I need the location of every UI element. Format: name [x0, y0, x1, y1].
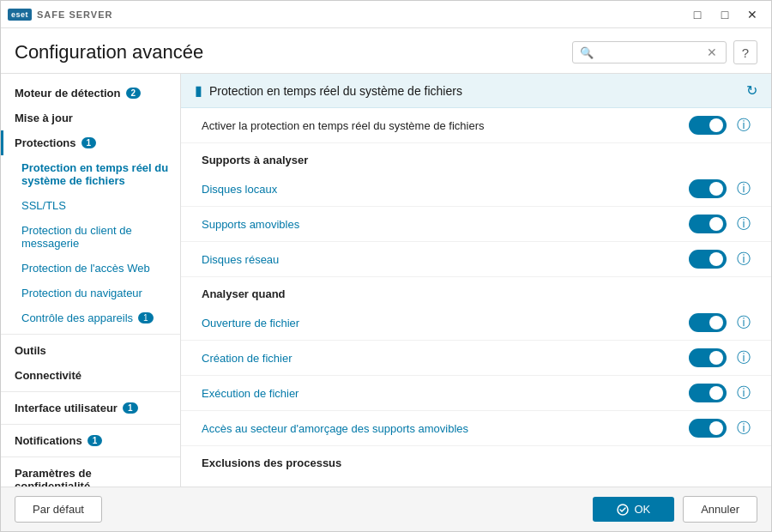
subsection-analyser: Analyser quand: [181, 277, 771, 305]
ok-icon: [617, 504, 629, 516]
toggle-ouverture-slider: [689, 313, 727, 332]
info-icon-execution[interactable]: ⓘ: [737, 384, 751, 402]
sidebar-item-interface[interactable]: Interface utilisateur 1: [1, 396, 180, 420]
titlebar-controls: □ □ ✕: [685, 4, 764, 25]
info-icon-acces-secteur[interactable]: ⓘ: [737, 420, 751, 438]
info-icon-ouverture[interactable]: ⓘ: [737, 314, 751, 332]
sidebar-item-notifications-badge: 1: [87, 435, 103, 446]
setting-label-ouverture: Ouverture de fichier: [202, 317, 689, 329]
minimize-button[interactable]: □: [685, 4, 709, 25]
sidebar-item-connectivite[interactable]: Connectivité: [1, 363, 180, 388]
section-header: ▮ Protection en temps réel du système de…: [181, 74, 771, 108]
header: Configuration avancée 🔍 ✕ ?: [1, 28, 771, 74]
sidebar-item-protections-badge: 1: [81, 137, 97, 148]
footer: Par défaut OK Annuler: [1, 487, 771, 531]
default-button[interactable]: Par défaut: [15, 496, 102, 523]
toggle-disques-locaux[interactable]: [689, 179, 727, 198]
sidebar-item-mise-a-jour[interactable]: Mise à jour: [1, 106, 180, 130]
toggle-disques-locaux-slider: [689, 179, 727, 198]
sidebar-item-protections[interactable]: Protections 1: [1, 130, 180, 155]
ok-button[interactable]: OK: [593, 497, 674, 522]
sidebar-item-nav-label: Protection du navigateur: [21, 287, 142, 299]
sidebar: Moteur de détection 2 Mise à jour Protec…: [1, 74, 181, 487]
toggle-supports-amovibles-slider: [689, 215, 727, 233]
help-button[interactable]: ?: [733, 40, 757, 64]
sidebar-item-notifications[interactable]: Notifications 1: [1, 428, 180, 453]
info-icon-creation[interactable]: ⓘ: [737, 349, 751, 367]
toggle-execution[interactable]: [689, 384, 727, 402]
setting-row-execution: Exécution de fichier ⓘ: [181, 376, 771, 411]
setting-label-creation: Création de fichier: [202, 352, 689, 365]
setting-label-supports-amovibles: Supports amovibles: [202, 218, 689, 231]
setting-row-disques-locaux: Disques locaux ⓘ: [181, 172, 771, 207]
setting-label-acces-secteur: Accès au secteur d'amorçage des supports…: [202, 422, 689, 435]
main-content: ▮ Protection en temps réel du système de…: [181, 74, 771, 487]
setting-row-activer: Activer la protection en temps réel du s…: [181, 108, 771, 143]
titlebar-logo: eset SAFE SERVER: [8, 9, 112, 21]
sidebar-item-interface-label: Interface utilisateur: [15, 402, 118, 414]
sidebar-item-appareils-badge: 1: [138, 312, 154, 323]
logo-icon: eset: [8, 9, 32, 21]
sidebar-item-controle-appareils[interactable]: Contrôle des appareils 1: [1, 305, 180, 330]
setting-label-disques-locaux: Disques locaux: [202, 183, 689, 196]
sidebar-item-protections-label: Protections: [15, 136, 76, 149]
toggle-activer[interactable]: [689, 116, 727, 135]
cancel-button[interactable]: Annuler: [683, 496, 757, 523]
toggle-acces-secteur[interactable]: [689, 419, 727, 438]
section-collapse-icon[interactable]: ▮: [195, 82, 202, 99]
setting-label-disques-reseau: Disques réseau: [202, 253, 689, 266]
toggle-disques-reseau[interactable]: [689, 250, 727, 269]
close-button[interactable]: ✕: [740, 4, 764, 25]
section-title: Protection en temps réel du système de f…: [209, 84, 746, 98]
toggle-ouverture[interactable]: [689, 313, 727, 332]
info-icon-disques-reseau[interactable]: ⓘ: [737, 251, 751, 269]
toggle-supports-amovibles[interactable]: [689, 215, 727, 233]
sidebar-item-notifications-label: Notifications: [15, 434, 82, 447]
sidebar-item-protection-messagerie[interactable]: Protection du client de messagerie: [1, 218, 180, 256]
info-icon-disques-locaux[interactable]: ⓘ: [737, 180, 751, 198]
sidebar-item-outils-label: Outils: [15, 344, 46, 357]
search-clear-icon[interactable]: ✕: [707, 45, 717, 59]
sidebar-item-protection-navigateur[interactable]: Protection du navigateur: [1, 281, 180, 305]
sidebar-item-confidentialite[interactable]: Paramètres de confidentialité: [1, 461, 180, 487]
sidebar-item-ssl-tls[interactable]: SSL/TLS: [1, 193, 180, 218]
app-name: SAFE SERVER: [37, 9, 112, 20]
sidebar-item-moteur[interactable]: Moteur de détection 2: [1, 81, 180, 106]
content: Moteur de détection 2 Mise à jour Protec…: [1, 74, 771, 487]
info-icon-activer[interactable]: ⓘ: [737, 117, 751, 135]
sidebar-item-protection-temps-reel[interactable]: Protection en temps réel du système de f…: [1, 155, 180, 193]
section-reset-icon[interactable]: ↻: [746, 82, 757, 99]
sidebar-item-conf-label: Paramètres de confidentialité: [15, 467, 170, 487]
page-title: Configuration avancée: [15, 41, 572, 63]
titlebar: eset SAFE SERVER □ □ ✕: [1, 1, 771, 28]
toggle-acces-secteur-slider: [689, 419, 727, 438]
sidebar-item-ssl-tls-label: SSL/TLS: [21, 199, 66, 212]
sidebar-item-interface-badge: 1: [123, 402, 138, 414]
search-input[interactable]: [599, 46, 702, 59]
sidebar-item-outils[interactable]: Outils: [1, 338, 180, 363]
toggle-creation[interactable]: [689, 348, 727, 367]
setting-row-acces-secteur: Accès au secteur d'amorçage des supports…: [181, 411, 771, 446]
sidebar-item-ptr-label: Protection en temps réel du système de f…: [21, 161, 170, 187]
sidebar-item-web-label: Protection de l'accès Web: [21, 262, 150, 275]
sidebar-item-messagerie-label: Protection du client de messagerie: [21, 224, 170, 250]
toggle-execution-slider: [689, 384, 727, 402]
sidebar-item-moteur-badge: 2: [126, 88, 142, 99]
sidebar-item-protection-web[interactable]: Protection de l'accès Web: [1, 256, 180, 281]
sidebar-item-moteur-label: Moteur de détection: [15, 87, 121, 100]
maximize-button[interactable]: □: [713, 4, 737, 25]
info-icon-supports-amovibles[interactable]: ⓘ: [737, 215, 751, 233]
search-icon: 🔍: [580, 46, 594, 59]
setting-label-activer: Activer la protection en temps réel du s…: [202, 119, 689, 132]
setting-label-execution: Exécution de fichier: [202, 387, 689, 400]
toggle-activer-slider: [689, 116, 727, 135]
subsection-exclusions: Exclusions des processus: [181, 446, 771, 475]
setting-row-creation: Création de fichier ⓘ: [181, 341, 771, 376]
setting-row-ouverture: Ouverture de fichier ⓘ: [181, 305, 771, 341]
toggle-disques-reseau-slider: [689, 250, 727, 269]
sidebar-item-mise-a-jour-label: Mise à jour: [15, 112, 73, 124]
search-box[interactable]: 🔍 ✕: [572, 41, 727, 63]
sidebar-item-connectivite-label: Connectivité: [15, 369, 81, 382]
setting-row-supports-amovibles: Supports amovibles ⓘ: [181, 207, 771, 242]
toggle-creation-slider: [689, 348, 727, 367]
